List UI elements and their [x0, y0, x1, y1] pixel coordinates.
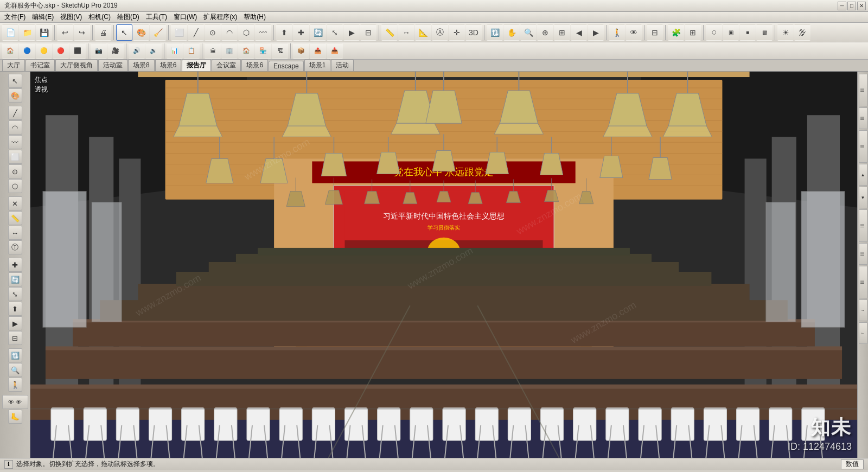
- makecomponent-button[interactable]: ⊞: [685, 24, 701, 41]
- ext-btn-8[interactable]: 🔊: [129, 43, 145, 59]
- eraser-left[interactable]: ✕: [8, 196, 22, 211]
- right-btn-4[interactable]: ▲: [859, 164, 867, 186]
- scene-tab[interactable]: 场景1: [304, 59, 331, 71]
- scene-tab[interactable]: 会议室: [212, 59, 241, 71]
- paint-bucket-tool[interactable]: 🎨: [133, 24, 149, 41]
- ext-btn-16[interactable]: 🏗: [272, 43, 288, 59]
- print-button[interactable]: 🖨: [95, 24, 111, 41]
- orbit-left[interactable]: 🔃: [8, 348, 22, 362]
- shaded-style[interactable]: ■: [739, 24, 756, 41]
- circle-left[interactable]: ⊙: [8, 164, 22, 178]
- ext-btn-6[interactable]: 📷: [91, 43, 107, 59]
- protractor-tool[interactable]: 📐: [415, 24, 431, 41]
- right-btn-1[interactable]: |||: [859, 74, 867, 106]
- pan-tool[interactable]: ✋: [503, 24, 520, 41]
- eye-toggle[interactable]: 👁 👁: [2, 395, 28, 409]
- menu-item[interactable]: 帮助(H): [240, 12, 269, 22]
- redo-button[interactable]: ↪: [74, 24, 90, 41]
- section-plane-tool[interactable]: ⊟: [647, 24, 663, 41]
- ext-btn-4[interactable]: 🔴: [53, 43, 69, 59]
- menu-item[interactable]: 相机(C): [85, 12, 114, 22]
- move-tool[interactable]: ✚: [293, 24, 309, 41]
- scene-tab[interactable]: 场景6: [241, 59, 268, 71]
- ext-btn-5[interactable]: ⬛: [69, 43, 86, 59]
- zoomextents-tool[interactable]: ⊞: [554, 24, 570, 41]
- viewport[interactable]: 焦点 透视: [30, 72, 857, 458]
- zoom-tool[interactable]: 🔍: [520, 24, 537, 41]
- polygon-tool[interactable]: ⬡: [238, 24, 254, 41]
- ext-btn-3[interactable]: 🟡: [36, 43, 52, 59]
- arc-tool[interactable]: ◠: [221, 24, 238, 41]
- right-btn-6[interactable]: |||: [859, 209, 867, 242]
- pushpull-tool[interactable]: ⬆: [276, 24, 292, 41]
- followme-left[interactable]: ▶: [8, 316, 22, 330]
- menu-item[interactable]: 绘图(D): [114, 12, 143, 22]
- ext-btn-2[interactable]: 🔵: [19, 43, 35, 59]
- followme-tool[interactable]: ▶: [343, 24, 360, 41]
- hidden-style[interactable]: ▣: [723, 24, 739, 41]
- dimension-tool[interactable]: ↔: [398, 24, 414, 41]
- walktrough-tool[interactable]: 🚶: [609, 24, 625, 41]
- tape-tool[interactable]: 📏: [381, 24, 398, 41]
- minimize-button[interactable]: ─: [838, 2, 846, 10]
- ext-btn-10[interactable]: 📊: [167, 43, 183, 59]
- scale-left[interactable]: ⤡: [8, 287, 22, 301]
- open-button[interactable]: 📁: [19, 24, 35, 41]
- pushpull-left[interactable]: ⬆: [8, 302, 22, 316]
- fog-button[interactable]: 🌫: [794, 24, 810, 41]
- ext-btn-11[interactable]: 📋: [183, 43, 200, 59]
- scene-tab[interactable]: 场景6: [155, 59, 182, 71]
- select-tool[interactable]: ↖: [116, 24, 132, 41]
- dimension-left[interactable]: ↔: [8, 226, 22, 240]
- ext-btn-19[interactable]: 📥: [327, 43, 343, 59]
- orbit-tool[interactable]: 🔃: [487, 24, 503, 41]
- right-btn-9[interactable]: ↑: [859, 299, 867, 321]
- tape-left[interactable]: 📏: [8, 211, 22, 225]
- close-button[interactable]: ✕: [857, 2, 866, 10]
- textured-style[interactable]: ▩: [756, 24, 773, 41]
- ext-btn-17[interactable]: 📦: [293, 43, 309, 59]
- ext-btn-13[interactable]: 🏢: [221, 43, 238, 59]
- rectangle-tool[interactable]: ⬜: [171, 24, 187, 41]
- ext-btn-9[interactable]: 🔉: [145, 43, 162, 59]
- ext-btn-14[interactable]: 🏠: [238, 43, 254, 59]
- 3dtext-tool[interactable]: 3D: [465, 24, 482, 41]
- menu-item[interactable]: 视图(V): [57, 12, 85, 22]
- scene-tab[interactable]: 活动室: [98, 59, 127, 71]
- undo-button[interactable]: ↩: [57, 24, 73, 41]
- footprint-left[interactable]: 🦶: [8, 410, 22, 424]
- new-button[interactable]: 📄: [2, 24, 18, 41]
- right-btn-7[interactable]: |||: [859, 243, 867, 265]
- menu-item[interactable]: 工具(T): [143, 12, 170, 22]
- move-left[interactable]: ✚: [8, 258, 22, 272]
- rect-left[interactable]: ⬜: [8, 150, 22, 164]
- scene-tab[interactable]: 报告厅: [182, 59, 211, 71]
- previousview-tool[interactable]: ◀: [571, 24, 587, 41]
- value-field[interactable]: 数值: [841, 460, 864, 469]
- text-tool[interactable]: Ⓐ: [432, 24, 448, 41]
- ext-btn-15[interactable]: 🏪: [255, 43, 271, 59]
- shadow-button[interactable]: ☀: [777, 24, 794, 41]
- right-btn-5[interactable]: ▼: [859, 187, 867, 208]
- rotate-tool[interactable]: 🔄: [310, 24, 326, 41]
- offset-left[interactable]: ⊟: [8, 331, 22, 345]
- right-btn-10[interactable]: ↓: [859, 322, 867, 344]
- nextview-tool[interactable]: ▶: [588, 24, 604, 41]
- select-tool-left[interactable]: ↖: [8, 74, 22, 88]
- ext-btn-7[interactable]: 🎥: [107, 43, 124, 59]
- walktrough-left[interactable]: 🚶: [8, 378, 22, 392]
- components-button[interactable]: 🧩: [668, 24, 684, 41]
- arc-left[interactable]: ◠: [8, 120, 22, 135]
- scale-tool[interactable]: ⤡: [327, 24, 343, 41]
- text-left[interactable]: Ⓣ: [8, 240, 22, 254]
- eraser-tool[interactable]: 🧹: [150, 24, 166, 41]
- menu-item[interactable]: 编辑(E): [29, 12, 57, 22]
- lookat-tool[interactable]: 👁: [626, 24, 642, 41]
- ext-btn-18[interactable]: 📤: [310, 43, 326, 59]
- save-button[interactable]: 💾: [36, 24, 52, 41]
- ext-btn-12[interactable]: 🏛: [205, 43, 221, 59]
- line-tool[interactable]: ╱: [188, 24, 204, 41]
- line-left[interactable]: ╱: [8, 106, 22, 120]
- menu-item[interactable]: 窗口(W): [170, 12, 200, 22]
- zoomwindow-tool[interactable]: ⊕: [537, 24, 553, 41]
